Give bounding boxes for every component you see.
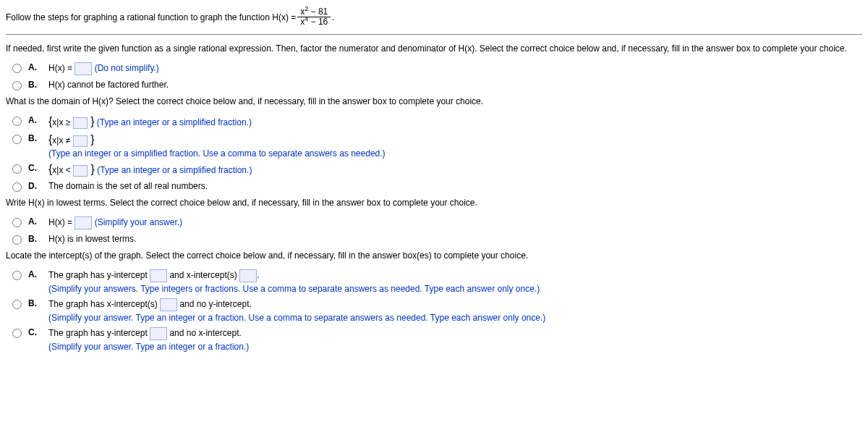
q2-c-input[interactable] — [73, 165, 88, 177]
question-3: Write H(x) in lowest terms. Select the c… — [6, 198, 862, 208]
q1-option-a: A. H(x) = (Do not simplify.) — [9, 62, 862, 75]
q1-prompt: If needed, first write the given functio… — [6, 43, 862, 54]
q2-b-hint: (Type an integer or a simplified fractio… — [48, 148, 862, 159]
q3-radio-b[interactable] — [12, 235, 22, 245]
q2-radio-b[interactable] — [12, 135, 22, 144]
q4-prompt: Locate the intercept(s) of the graph. Se… — [6, 250, 862, 261]
q1-option-b: B. H(x) cannot be factored further. — [9, 80, 862, 90]
question-1: If needed, first write the given functio… — [6, 43, 862, 54]
q4-c-hint: (Simplify your answer. Type an integer o… — [48, 342, 862, 352]
q2-radio-a[interactable] — [12, 117, 22, 126]
q4-b-input-x[interactable] — [160, 298, 177, 311]
q2-option-b: B. {x|x ≠ } (Type an integer or a simpli… — [9, 133, 862, 159]
q2-option-a: A. {x|x ≥ } (Type an integer or a simpli… — [9, 115, 862, 129]
q4-radio-a[interactable] — [12, 271, 22, 280]
q2-radio-d[interactable] — [12, 182, 22, 192]
q4-radio-b[interactable] — [12, 300, 22, 309]
q4-a-hint: (Simplify your answers. Type integers or… — [48, 284, 862, 294]
q1-a-input[interactable] — [75, 62, 92, 75]
q4-option-b: B. The graph has x-intercept(s) and no y… — [9, 298, 862, 323]
question-2: What is the domain of H(x)? Select the c… — [6, 96, 862, 106]
q2-a-input[interactable] — [73, 117, 88, 129]
intro-line: Follow the steps for graphing a rational… — [6, 3, 862, 31]
q3-prompt: Write H(x) in lowest terms. Select the c… — [6, 198, 862, 208]
q2-a-hint: (Type an integer or a simplified fractio… — [97, 117, 252, 127]
q4-option-a: A. The graph has y-intercept and x-inter… — [9, 269, 862, 294]
q4-b-hint: (Simplify your answer. Type an integer o… — [48, 313, 862, 323]
question-4: Locate the intercept(s) of the graph. Se… — [6, 250, 862, 261]
q4-option-c: C. The graph has y-intercept and no x-in… — [9, 327, 862, 352]
q2-prompt: What is the domain of H(x)? Select the c… — [6, 96, 862, 106]
q4-a-input-x[interactable] — [239, 269, 257, 282]
q3-option-a: A. H(x) = (Simplify your answer.) — [9, 216, 862, 229]
q3-a-input[interactable] — [75, 216, 92, 229]
q4-a-input-y[interactable] — [150, 269, 167, 282]
divider — [6, 34, 862, 35]
q3-option-b: B. H(x) is in lowest terms. — [9, 234, 862, 245]
q1-radio-b[interactable] — [12, 81, 22, 90]
function-fraction: x2 − 81 x4 − 16 — [297, 7, 331, 27]
q4-radio-c[interactable] — [12, 329, 22, 338]
q2-b-input[interactable] — [73, 135, 88, 147]
q3-radio-a[interactable] — [12, 218, 22, 227]
q2-option-c: C. {x|x < } (Type an integer or a simpli… — [9, 163, 862, 177]
intro-lead: Follow the steps for graphing a rational… — [6, 12, 296, 22]
q2-option-d: D. The domain is the set of all real num… — [9, 181, 862, 192]
q3-a-hint: (Simplify your answer.) — [95, 217, 182, 227]
q4-c-input-y[interactable] — [150, 327, 167, 340]
q1-a-hint: (Do not simplify.) — [95, 64, 159, 74]
q2-c-hint: (Type an integer or a simplified fractio… — [97, 165, 252, 175]
q2-radio-c[interactable] — [12, 164, 22, 174]
q1-radio-a[interactable] — [12, 64, 22, 73]
